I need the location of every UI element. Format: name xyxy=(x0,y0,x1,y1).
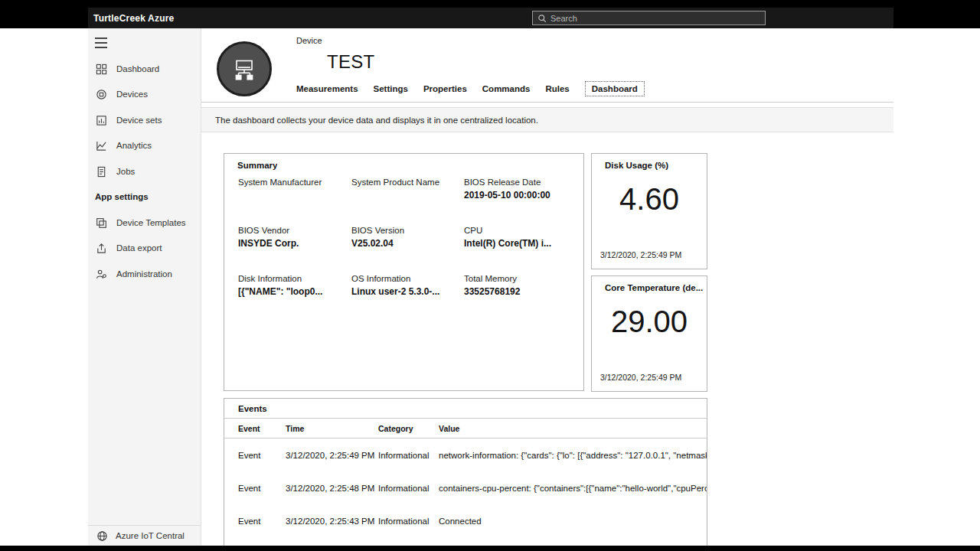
tabs-divider xyxy=(201,102,893,103)
kpi-value: 4.60 xyxy=(592,182,707,217)
bottom-frame-bar xyxy=(0,546,980,551)
kpi-title: Core Temperature (de... xyxy=(605,283,703,292)
banner-text: The dashboard collects your device data … xyxy=(215,116,538,125)
sidebar-item-jobs[interactable]: Jobs xyxy=(88,162,201,181)
app-title: TurtleCreek Azure xyxy=(93,13,174,24)
kpi-title: Disk Usage (%) xyxy=(605,161,668,170)
kpi-card-disk-usage: Disk Usage (%) 4.60 3/12/2020, 2:25:49 P… xyxy=(591,153,707,269)
sidebar-item-label: Analytics xyxy=(116,141,152,150)
table-row: Event 3/12/2020, 2:25:49 PM Informationa… xyxy=(224,439,707,471)
device-kind-label: Device xyxy=(296,36,322,45)
dashboard-icon xyxy=(95,63,107,75)
device-name: TEST xyxy=(327,51,375,73)
kpi-card-core-temperature: Core Temperature (de... 29.00 3/12/2020,… xyxy=(591,276,707,392)
summary-field-system-product-name: System Product Name xyxy=(351,178,464,201)
event-cell: Event xyxy=(238,484,286,493)
tab-settings[interactable]: Settings xyxy=(374,82,408,96)
sidebar-item-label: Device Templates xyxy=(116,218,186,227)
kpi-value: 29.00 xyxy=(592,305,707,339)
device-sets-icon xyxy=(95,114,107,126)
summary-field-disk-information: Disk Information [{"NAME": "loop0... xyxy=(238,274,351,297)
sidebar-item-devices[interactable]: Devices xyxy=(88,85,201,103)
summary-grid: System Manufacturer System Product Name … xyxy=(238,178,579,297)
events-table-header: Event Time Category Value xyxy=(224,419,707,439)
main-content: Device TEST Measurements Settings Proper… xyxy=(201,28,893,546)
sidebar-item-device-templates[interactable]: Device Templates xyxy=(88,214,201,232)
events-card-title: Events xyxy=(224,399,707,419)
iot-central-icon xyxy=(96,530,108,542)
sidebar-item-label: Jobs xyxy=(116,167,135,176)
hamburger-menu-icon[interactable] xyxy=(95,37,107,48)
sidebar-item-data-export[interactable]: Data export xyxy=(88,239,201,257)
value-cell: containers-cpu-percent: {"containers":[{… xyxy=(439,484,707,493)
device-avatar xyxy=(217,41,272,96)
time-cell: 3/12/2020, 2:25:49 PM xyxy=(286,451,378,460)
tab-rules[interactable]: Rules xyxy=(545,82,569,96)
time-cell: 3/12/2020, 2:25:43 PM xyxy=(286,517,378,526)
column-header-category: Category xyxy=(378,424,439,433)
data-export-icon xyxy=(95,242,107,254)
device-templates-icon xyxy=(95,217,107,229)
summary-card-title: Summary xyxy=(237,161,277,170)
sidebar-item-administration[interactable]: Administration xyxy=(88,265,201,283)
event-cell: Event xyxy=(238,451,286,460)
summary-field-bios-version: BIOS Version V25.02.04 xyxy=(351,226,464,249)
sidebar-item-label: Device sets xyxy=(116,116,162,125)
summary-field-system-manufacturer: System Manufacturer xyxy=(238,178,351,201)
sidebar-item-device-sets[interactable]: Device sets xyxy=(88,111,201,129)
tab-measurements[interactable]: Measurements xyxy=(296,82,358,96)
sidebar-item-label: Data export xyxy=(116,243,162,253)
device-network-icon xyxy=(230,54,259,83)
value-cell: network-information: {"cards": {"lo": [{… xyxy=(439,451,707,460)
device-tabs: Measurements Settings Properties Command… xyxy=(296,81,645,96)
summary-field-total-memory: Total Memory 33525768192 xyxy=(464,274,579,297)
sidebar-footer-label: Azure IoT Central xyxy=(116,531,185,540)
administration-icon xyxy=(95,268,107,280)
sidebar-item-label: Administration xyxy=(116,269,172,279)
search-icon xyxy=(537,14,547,23)
analytics-icon xyxy=(95,139,107,152)
search-box[interactable] xyxy=(532,11,766,25)
category-cell: Informational xyxy=(378,451,439,460)
dashboard-info-banner: The dashboard collects your device data … xyxy=(201,107,893,132)
value-cell: Connected xyxy=(439,517,707,526)
summary-field-bios-vendor: BIOS Vendor INSYDE Corp. xyxy=(238,226,351,249)
summary-field-cpu: CPU Intel(R) Core(TM) i... xyxy=(464,226,579,249)
jobs-icon xyxy=(95,165,107,178)
tab-properties[interactable]: Properties xyxy=(423,82,467,96)
app-window: TurtleCreek Azure Dashboard xyxy=(0,0,980,551)
tab-commands[interactable]: Commands xyxy=(482,82,531,96)
column-header-value: Value xyxy=(439,424,707,433)
kpi-timestamp: 3/12/2020, 2:25:49 PM xyxy=(600,373,681,382)
table-row: Event 3/12/2020, 2:25:43 PM Informationa… xyxy=(224,504,707,537)
sidebar-item-label: Dashboard xyxy=(116,64,159,73)
event-cell: Event xyxy=(238,517,286,526)
summary-card: Summary System Manufacturer System Produ… xyxy=(224,153,584,391)
sidebar-item-analytics[interactable]: Analytics xyxy=(88,136,201,155)
column-header-time: Time xyxy=(286,424,378,433)
events-card: Events Event Time Category Value Event 3… xyxy=(224,398,707,548)
table-row: Event 3/12/2020, 2:25:48 PM Informationa… xyxy=(224,471,707,504)
category-cell: Informational xyxy=(378,484,439,493)
sidebar: Dashboard Devices Device sets xyxy=(88,28,201,546)
header-bar: TurtleCreek Azure xyxy=(88,8,893,28)
sidebar-item-label: Devices xyxy=(116,90,148,99)
time-cell: 3/12/2020, 2:25:48 PM xyxy=(286,484,378,493)
summary-field-bios-release-date: BIOS Release Date 2019-05-10 00:00:00 xyxy=(464,178,579,201)
summary-field-os-information: OS Information Linux user-2 5.3.0-... xyxy=(351,274,464,297)
app-header: TurtleCreek Azure xyxy=(0,8,980,28)
sidebar-footer-azure-iot-central[interactable]: Azure IoT Central xyxy=(88,525,201,546)
category-cell: Informational xyxy=(378,517,439,526)
top-frame-bar xyxy=(0,0,980,8)
search-input[interactable] xyxy=(550,14,760,23)
sidebar-item-dashboard[interactable]: Dashboard xyxy=(88,60,201,78)
tab-dashboard[interactable]: Dashboard xyxy=(585,81,645,96)
kpi-timestamp: 3/12/2020, 2:25:49 PM xyxy=(600,250,681,259)
devices-icon xyxy=(95,88,107,100)
sidebar-section-app-settings: App settings xyxy=(88,187,201,206)
column-header-event: Event xyxy=(238,424,286,433)
